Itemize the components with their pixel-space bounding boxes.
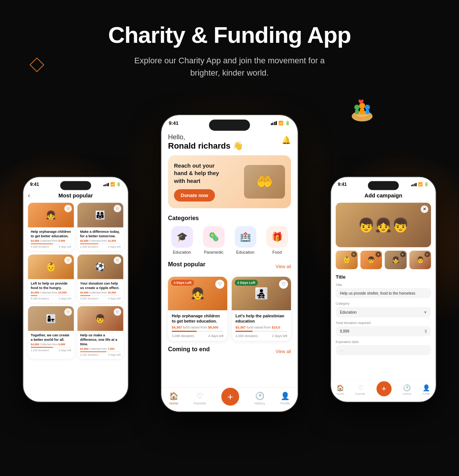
left-card-3-img: 👶 ♡: [28, 254, 74, 279]
category-food[interactable]: 🎁 Food: [263, 226, 291, 254]
left-card-2-raised: $4,888 Collected from 10,999: [80, 239, 121, 242]
left-phone-screen: 9:41 📶 🔋 ‹ Most popular: [23, 177, 128, 402]
donate-button[interactable]: Donate now: [174, 189, 215, 201]
popular-card-2-badge: 2 Days Left: [235, 280, 258, 286]
left-card-3-body: Left to help us provide food to the hung…: [28, 279, 74, 303]
left-card-4-progress-bg: [80, 295, 121, 296]
greeting-row: Hello, Ronald richards 👋 🔔: [168, 133, 291, 151]
nav-add-button[interactable]: +: [221, 388, 239, 406]
hero-image: 🤲: [244, 165, 285, 199]
back-button[interactable]: ‹: [28, 192, 30, 199]
title-input[interactable]: Help us provide shelter, food to the hom…: [336, 288, 431, 299]
right-nav-history[interactable]: 🕐 History: [403, 384, 411, 396]
left-card-4-title: Your donation can help us create a rippl…: [80, 281, 121, 290]
left-card-5: 👩‍👧 ♡ Together, we can create a better w…: [28, 306, 74, 359]
view-all-coming[interactable]: View all: [276, 349, 291, 354]
right-nav-profile[interactable]: 👤 Profile: [422, 384, 430, 396]
left-phone-content: ‹ Most popular 👧 ♡ Help orphanage childr…: [23, 189, 128, 395]
page-title: Charity & Funding App: [7, 22, 452, 48]
category-label: Category: [336, 302, 431, 305]
nav-history[interactable]: 🕐 History: [254, 391, 265, 405]
thumb-1-close[interactable]: ✕: [351, 252, 357, 257]
hero-banner: Reach out your hand & help they with hea…: [168, 155, 291, 208]
left-card-5-raised: $4,888 Collected from 8,888: [31, 343, 71, 346]
left-card-3-progress-bg: [31, 295, 71, 296]
left-card-2-meta: 2,488 donators 4 days left: [80, 245, 121, 248]
left-card-1-progress-bg: [31, 244, 71, 244]
left-card-2-progress-fill: [80, 244, 98, 244]
popular-section: Most popular View all 👧 4 Days Left ♡: [168, 261, 291, 341]
category-select[interactable]: Education ∨: [336, 307, 431, 318]
left-card-3-progress-fill: [31, 295, 37, 296]
coming-header: Coming to end View all: [168, 346, 291, 357]
donation-input[interactable]: [336, 326, 425, 337]
left-card-6-meta: 3,100 donators 5 days left: [80, 353, 121, 356]
left-card-1-progress-fill: [31, 244, 53, 244]
nav-history-label: History: [254, 402, 265, 405]
thumbnail-1[interactable]: 👶 ✕: [336, 251, 357, 269]
wifi-icon: 📶: [278, 121, 284, 126]
left-card-2-heart[interactable]: ♡: [114, 205, 121, 212]
thumb-4-close[interactable]: ✕: [424, 252, 430, 257]
popular-card-2-title: Let's help the palestinian education: [235, 313, 287, 324]
left-card-2-body: Make a difference today, for a better to…: [77, 228, 123, 251]
left-card-5-img: 👩‍👧 ♡: [28, 306, 74, 331]
left-card-4-progress-fill: [80, 295, 90, 296]
right-nav-add[interactable]: +: [376, 381, 391, 396]
popular-title: Most popular: [168, 261, 205, 268]
card-emoji: 👩‍👧: [46, 314, 56, 324]
thumbnail-4[interactable]: 👨 ✕: [409, 251, 431, 269]
left-card-3-heart[interactable]: ♡: [64, 257, 72, 264]
popular-card-2-heart[interactable]: ♡: [279, 280, 288, 289]
center-time: 9:41: [169, 120, 178, 126]
category-education-1[interactable]: 🎓 Education: [168, 226, 196, 254]
expiration-label: Expiration date: [336, 340, 431, 343]
popular-card-1-heart[interactable]: ♡: [215, 280, 224, 289]
history-icon: 🕐: [255, 391, 265, 400]
left-card-1-heart[interactable]: ♡: [64, 205, 72, 212]
bell-icon[interactable]: 🔔: [282, 136, 291, 145]
funding-details-title: Title: [336, 274, 431, 280]
thumbnail-3[interactable]: 👧 ✕: [385, 251, 406, 269]
left-card-6-progress-fill: [80, 352, 107, 352]
nav-profile-label: Profile: [281, 402, 290, 405]
category-education-2[interactable]: 🏥 Education: [231, 226, 259, 254]
popular-cards-row: 👧 4 Days Left ♡ Help orphanage children …: [168, 277, 291, 341]
donation-label: Total donation required: [336, 321, 431, 325]
left-card-6-heart[interactable]: ♡: [114, 308, 121, 316]
right-nav-home[interactable]: 🏠 Home: [336, 384, 344, 396]
signal-bars: [271, 121, 277, 125]
left-card-5-body: Together, we can create a better world f…: [28, 331, 74, 355]
card-emoji: 👦: [95, 314, 105, 324]
left-card-4-heart[interactable]: ♡: [114, 257, 121, 264]
thumb-2-close[interactable]: ✕: [376, 252, 381, 257]
phones-showcase: 9:41 📶 🔋 ‹ Most popular: [0, 90, 459, 433]
signal-bars: [103, 183, 109, 186]
left-card-6-title: Help us make a difference, one life at a…: [80, 333, 121, 346]
thumbnail-2[interactable]: 👦 ✕: [360, 251, 382, 269]
right-phone-screen: 9:41 📶 🔋 Add campaign 👦👧👦 ✕: [331, 177, 436, 402]
category-value: Education: [340, 310, 357, 314]
right-nav-favorite-label: Favorite: [355, 393, 365, 396]
nav-favorite[interactable]: ♡ Favorite: [194, 391, 206, 405]
thumb-3-close[interactable]: ✕: [400, 252, 406, 257]
category-icon-food: 🎁: [266, 226, 288, 248]
category-icon-education-2: 🏥: [235, 226, 256, 248]
nav-profile[interactable]: 👤 Profile: [281, 391, 290, 405]
wifi-icon: 📶: [110, 182, 115, 187]
right-nav-favorite[interactable]: ♡ Favorite: [355, 384, 365, 396]
left-card-2-progress-bg: [80, 244, 121, 244]
left-card-3: 👶 ♡ Left to help us provide food to the …: [28, 254, 74, 303]
right-profile-icon: 👤: [422, 384, 430, 392]
left-card-3-title: Left to help us provide food to the hung…: [31, 281, 71, 290]
left-header: ‹ Most popular: [28, 189, 123, 203]
left-card-4-meta: 4,500 donators 4 days left: [80, 297, 121, 300]
expiration-input[interactable]: —: [336, 345, 431, 355]
center-status-icons: 📶 🔋: [271, 121, 291, 126]
center-phone-notch: [209, 120, 250, 131]
nav-home[interactable]: 🏠 Home: [169, 391, 178, 405]
category-paramedic[interactable]: 🦠 Paramedic: [200, 226, 228, 254]
left-card-5-heart[interactable]: ♡: [64, 308, 72, 316]
view-all-popular[interactable]: View all: [276, 264, 291, 269]
left-card-5-meta: 1,200 donators 3 days left: [31, 349, 71, 352]
